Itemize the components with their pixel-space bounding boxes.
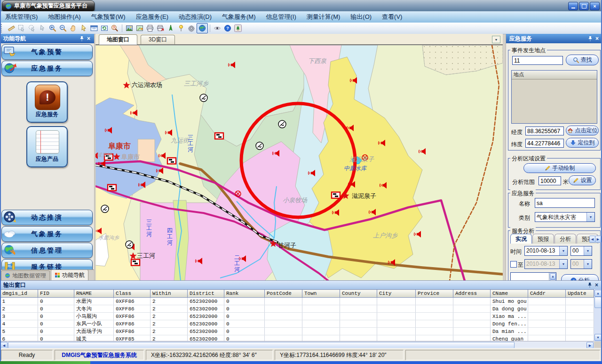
output-horizontal-scrollbar[interactable]: ◀ ▶ [0,341,594,348]
location-search-input[interactable] [512,56,563,65]
printer-icon[interactable] [145,24,155,33]
station-icon[interactable] [126,241,133,248]
pin-icon[interactable] [586,35,594,42]
north-arrow-icon[interactable] [166,24,176,33]
minimize-button[interactable] [568,2,578,10]
scroll-up-icon[interactable]: ▲ [550,273,556,279]
pin-icon[interactable] [78,35,85,42]
column-header-Update[interactable]: Update [566,290,594,298]
table-row[interactable]: 50大面场子沟0XFF8626523020000Da mian ... [0,328,594,335]
print-preview-icon[interactable] [155,24,166,33]
analysis-range-input[interactable] [539,176,561,185]
zoom-out-icon[interactable] [58,24,68,33]
table-row[interactable]: 30小马厩沟0XFF8626523020000Xiao ma ... [0,313,594,320]
service-name-input[interactable] [535,198,595,208]
tab-map-data-management[interactable]: 地图数据管理 [1,270,50,280]
menu-item[interactable]: 气象预警(W) [86,11,131,23]
latitude-input[interactable] [525,139,564,148]
close-icon[interactable]: × [85,35,92,42]
element-listbox[interactable]: 降水空气温度 ▲ ▼ [510,272,556,280]
identify-icon[interactable]: ? [110,24,120,33]
to-date-combo[interactable]: 2010-08-13▼ [524,259,568,269]
table-row[interactable]: 40东风一小队0XFF8626523020000Dong fen... [0,320,594,328]
tab-list-dropdown[interactable]: ▼ [492,36,500,43]
pan-hand-icon[interactable] [68,24,79,33]
refresh-view-icon[interactable] [99,24,110,33]
globe-service-icon[interactable] [197,23,208,33]
menu-item[interactable]: 气象服务(M) [217,11,261,23]
menu-item[interactable]: 应急服务(E) [131,11,174,23]
scroll-down-icon[interactable]: ▼ [594,334,602,341]
to-checkbox[interactable] [510,261,517,268]
legend-tree-icon[interactable] [233,24,243,33]
analysis-tab-分析[interactable]: 分析 [554,234,576,244]
column-header-Address[interactable]: Address [453,290,491,298]
menu-item[interactable]: 输出(O) [345,11,377,23]
pointer-arrow-icon[interactable] [79,24,89,33]
longitude-input[interactable] [525,127,564,135]
eye-view-icon[interactable] [212,24,222,33]
column-header-PostCode[interactable]: PostCode [265,290,302,298]
nav-item-emergency-service[interactable]: 应急服务 [1,61,93,76]
flag-icon[interactable] [215,133,223,139]
menu-item[interactable]: 地图操作(A) [43,11,86,23]
station-icon[interactable] [200,94,207,102]
scroll-thumb[interactable] [594,297,602,308]
flag-icon[interactable] [332,192,340,198]
goto-location-button[interactable]: 定位到 [566,138,599,148]
settings-gear-icon[interactable] [186,24,197,33]
analysis-tab-实况[interactable]: 实况 [510,234,532,244]
select-rect-icon[interactable] [16,24,27,33]
column-header-Provice[interactable]: Provice [416,290,453,298]
close-icon[interactable]: × [594,35,601,42]
shortcut-emergency-service[interactable]: !应急服务 [26,81,68,123]
shortcut-emergency-product[interactable]: 应急产品 [26,126,68,167]
tab-scroll-right[interactable]: ▶ [595,236,601,243]
scroll-right-icon[interactable]: ▶ [586,342,594,348]
click-locate-button[interactable]: 点击定位 [566,126,599,135]
full-extent-icon[interactable] [89,24,99,33]
tab-function-nav[interactable]: 功能导航 [51,269,88,280]
column-header-RNAME[interactable]: RNAME [74,290,114,298]
flag-icon[interactable] [131,260,140,266]
scroll-thumb[interactable] [8,342,515,348]
flag-icon[interactable] [167,158,176,164]
service-type-combo[interactable]: 气象和洪水灾害▼ [535,212,595,222]
scroll-left-icon[interactable]: ◀ [0,342,8,348]
menu-item[interactable]: 系统管理(S) [0,11,43,23]
image-layer-icon[interactable] [124,24,135,33]
manual-draw-button[interactable]: 手动绘制 [523,163,596,173]
nav-item-dynamic-deduction[interactable]: 动态推演 [1,210,93,225]
scroll-up-icon[interactable]: ▲ [594,290,602,297]
listbox-scrollbar[interactable]: ▲ ▼ [549,273,556,280]
zoom-in-icon[interactable] [48,24,58,33]
nav-item-weather-service[interactable]: 气象服务 [1,226,93,242]
column-header-City[interactable]: City [377,290,416,298]
output-vertical-scrollbar[interactable]: ▲ ▼ [594,289,602,341]
map-canvas[interactable]: 六运湖农场三工河乡下西泉九运街阜康市城关镇阜康市滋泥泉子中新水库滋泥泉子小泉牧场… [95,45,503,281]
station-icon[interactable] [256,142,263,150]
station-icon[interactable] [278,120,286,128]
toolbar-grip[interactable] [1,24,5,32]
tab-3d-view[interactable]: 3D窗口 [141,35,175,44]
table-row[interactable]: 10水磨沟0XFF8626523020000Shui mo gou [0,298,594,305]
select-lasso-icon[interactable] [27,24,37,33]
column-header-dmgis_id[interactable]: dmgis_id [0,290,38,298]
date-combo[interactable]: 2010-08-13▼ [524,246,568,256]
column-header-FID[interactable]: FID [38,290,74,298]
analyze-button[interactable]: i 分析 [561,274,599,280]
help-icon[interactable]: ? [222,24,233,33]
hour-combo[interactable]: 00▼ [570,246,592,256]
to-hour-combo[interactable]: 00▼ [570,259,592,269]
set-range-button[interactable]: 设置 [569,175,596,185]
column-header-Within[interactable]: Within [150,290,188,298]
column-header-Town[interactable]: Town [302,290,340,298]
menu-item[interactable]: 测量计算(M) [301,11,346,23]
column-header-County[interactable]: County [340,290,377,298]
column-header-District[interactable]: District [188,290,224,298]
map-export-icon[interactable] [135,24,145,33]
menu-item[interactable]: 信息管理(I) [261,11,301,23]
location-pin-icon[interactable] [176,24,186,33]
restore-button[interactable] [579,2,589,10]
flag-icon[interactable] [108,185,116,191]
